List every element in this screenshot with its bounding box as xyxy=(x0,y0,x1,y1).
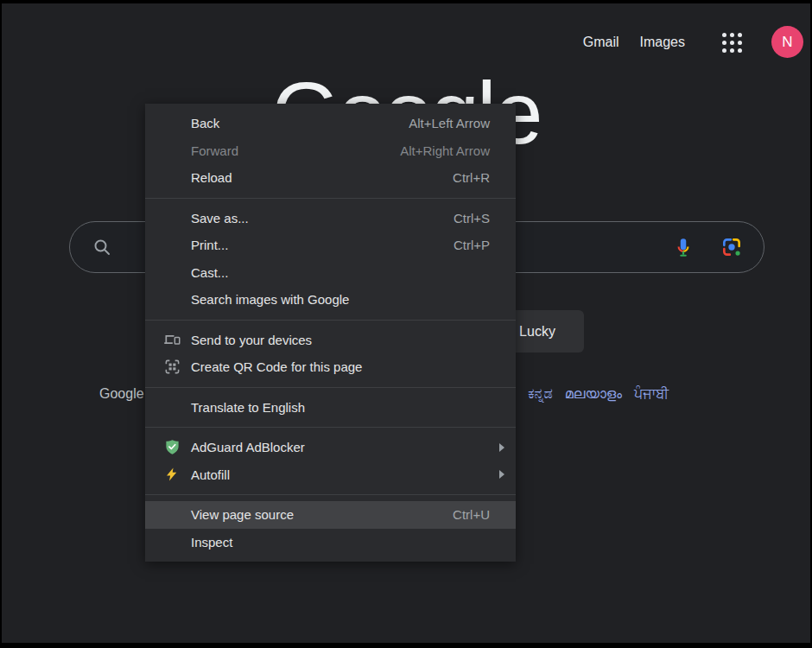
menu-item-label: AdGuard AdBlocker xyxy=(191,440,305,454)
menu-item-search-images-with-google[interactable]: Search images with Google xyxy=(145,286,516,314)
menu-item-save-as[interactable]: Save as...Ctrl+S xyxy=(145,205,516,232)
menu-separator xyxy=(145,387,516,388)
search-icon xyxy=(91,236,113,258)
menu-item-label: Save as... xyxy=(191,211,249,226)
language-link-3[interactable]: മലയാളം xyxy=(565,386,622,402)
menu-item-label: Create QR Code for this page xyxy=(191,359,362,374)
adguard-icon xyxy=(163,439,181,456)
menu-item-label: Send to your devices xyxy=(191,333,312,347)
menu-shortcut: Ctrl+U xyxy=(453,507,490,522)
menu-item-label: Autofill xyxy=(191,467,230,482)
autofill-icon xyxy=(163,466,181,483)
qr-code-icon xyxy=(163,359,181,376)
menu-item-label: Inspect xyxy=(191,535,232,550)
menu-item-view-page-source[interactable]: View page sourceCtrl+U xyxy=(145,501,516,529)
menu-shortcut: Alt+Left Arrow xyxy=(409,116,490,130)
menu-item-inspect[interactable]: Inspect xyxy=(145,529,516,556)
menu-item-autofill[interactable]: Autofill xyxy=(145,461,516,489)
voice-search-mic-icon[interactable] xyxy=(672,236,695,258)
google-lens-icon[interactable] xyxy=(720,236,743,258)
avatar-letter: N xyxy=(782,34,792,51)
menu-item-label: Cast... xyxy=(191,265,228,280)
menu-item-label: View page source xyxy=(191,507,294,522)
menu-shortcut: Ctrl+R xyxy=(453,170,490,185)
menu-item-send-to-your-devices[interactable]: Send to your devices xyxy=(145,327,516,354)
menu-item-adguard-adblocker[interactable]: AdGuard AdBlocker xyxy=(145,434,516,461)
browser-viewport: Gmail Images N Google xyxy=(0,0,812,648)
menu-item-reload[interactable]: ReloadCtrl+R xyxy=(145,164,516,192)
submenu-arrow-icon xyxy=(499,443,504,452)
menu-item-label: Search images with Google xyxy=(191,292,349,307)
menu-item-print[interactable]: Print...Ctrl+P xyxy=(145,232,516,259)
menu-shortcut: Ctrl+P xyxy=(454,238,490,252)
menu-item-label: Reload xyxy=(191,170,232,185)
menu-separator xyxy=(145,494,516,495)
menu-item-forward[interactable]: ForwardAlt+Right Arrow xyxy=(145,137,516,165)
gmail-link[interactable]: Gmail xyxy=(583,35,619,50)
submenu-arrow-icon xyxy=(499,470,504,479)
language-link-4[interactable]: ਪੰਜਾਬੀ xyxy=(634,386,669,402)
menu-item-back[interactable]: BackAlt+Left Arrow xyxy=(145,110,516,137)
menu-item-label: Translate to English xyxy=(191,400,305,415)
menu-separator xyxy=(145,198,516,199)
menu-separator xyxy=(145,320,516,321)
menu-item-label: Back xyxy=(191,116,219,130)
language-link-2[interactable]: ಕನ್ನಡ xyxy=(528,386,552,402)
menu-shortcut: Alt+Right Arrow xyxy=(400,143,490,158)
menu-item-label: Print... xyxy=(191,238,228,252)
menu-shortcut: Ctrl+S xyxy=(454,211,490,226)
images-link[interactable]: Images xyxy=(640,35,685,50)
devices-icon xyxy=(163,331,181,348)
google-apps-grid-icon[interactable] xyxy=(721,32,742,53)
menu-separator xyxy=(145,427,516,428)
profile-avatar[interactable]: N xyxy=(771,26,803,58)
context-menu: BackAlt+Left ArrowForwardAlt+Right Arrow… xyxy=(145,104,516,562)
menu-item-label: Forward xyxy=(191,143,238,158)
menu-item-cast[interactable]: Cast... xyxy=(145,259,516,287)
menu-item-create-qr-code-for-this-page[interactable]: Create QR Code for this page xyxy=(145,353,516,381)
menu-item-translate-to-english[interactable]: Translate to English xyxy=(145,394,516,422)
top-navigation: Gmail Images N xyxy=(583,26,803,58)
